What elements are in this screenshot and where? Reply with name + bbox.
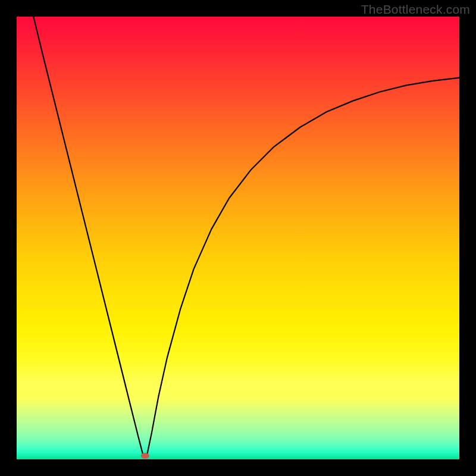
bottleneck-curve — [17, 17, 459, 459]
watermark-text: TheBottleneck.com — [361, 2, 470, 17]
chart-frame: TheBottleneck.com — [0, 0, 476, 476]
curve-right-branch — [147, 78, 459, 456]
curve-minimum-marker — [141, 453, 149, 459]
curve-left-branch — [33, 17, 143, 456]
plot-area — [17, 17, 459, 459]
